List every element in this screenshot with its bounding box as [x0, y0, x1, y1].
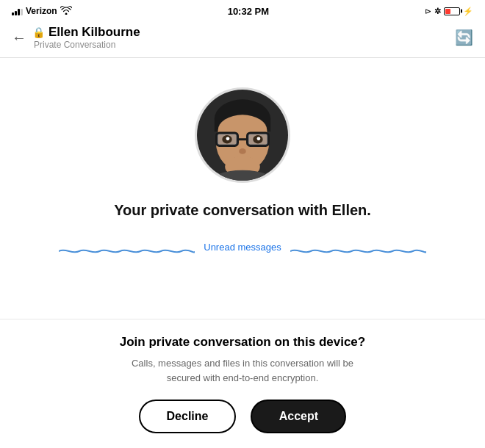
- avatar: [195, 87, 290, 183]
- join-conversation-card: Join private conversation on this device…: [0, 319, 485, 448]
- accept-button[interactable]: Accept: [251, 400, 346, 433]
- lock-icon: 🔒: [32, 26, 45, 38]
- action-buttons: Decline Accept: [139, 400, 347, 433]
- join-title: Join private conversation on this device…: [120, 334, 365, 350]
- conversation-type: Private Conversation: [34, 40, 140, 50]
- svg-point-14: [239, 148, 246, 154]
- join-subtitle: Calls, messages and files in this conver…: [125, 356, 360, 385]
- decline-button[interactable]: Decline: [139, 400, 237, 433]
- status-right: ⊳ ✲ ⚡: [425, 7, 473, 16]
- header-left: ← 🔒 Ellen Kilbourne Private Conversation: [12, 25, 140, 50]
- unread-messages-label: Unread messages: [204, 242, 281, 253]
- private-conversation-title: Your private conversation with Ellen.: [114, 200, 371, 220]
- location-icon: ⊳: [425, 7, 431, 16]
- svg-point-12: [226, 137, 230, 140]
- time-display: 10:32 PM: [228, 6, 269, 17]
- header-title-row: 🔒 Ellen Kilbourne: [32, 25, 140, 40]
- svg-point-13: [257, 137, 261, 140]
- header-title-area: 🔒 Ellen Kilbourne Private Conversation: [32, 25, 140, 50]
- back-button[interactable]: ←: [12, 30, 26, 45]
- wave-line-left: [59, 245, 195, 250]
- charging-icon: ⚡: [463, 7, 473, 16]
- status-left: Verizon: [12, 6, 72, 17]
- unread-messages-divider: Unread messages: [59, 242, 426, 253]
- main-content: Your private conversation with Ellen. Un…: [0, 58, 485, 282]
- carrier-name: Verizon: [26, 6, 57, 16]
- contact-name: Ellen Kilbourne: [48, 25, 140, 40]
- battery-icon: [444, 7, 460, 15]
- refresh-lock-icon[interactable]: 🔄: [455, 29, 473, 46]
- bluetooth-icon: ✲: [434, 7, 441, 16]
- conversation-header: ← 🔒 Ellen Kilbourne Private Conversation…: [0, 21, 485, 58]
- wifi-icon: [60, 6, 72, 17]
- status-bar: Verizon 10:32 PM ⊳ ✲ ⚡: [0, 0, 485, 21]
- wave-line-right: [290, 245, 426, 250]
- signal-icon: [12, 7, 23, 15]
